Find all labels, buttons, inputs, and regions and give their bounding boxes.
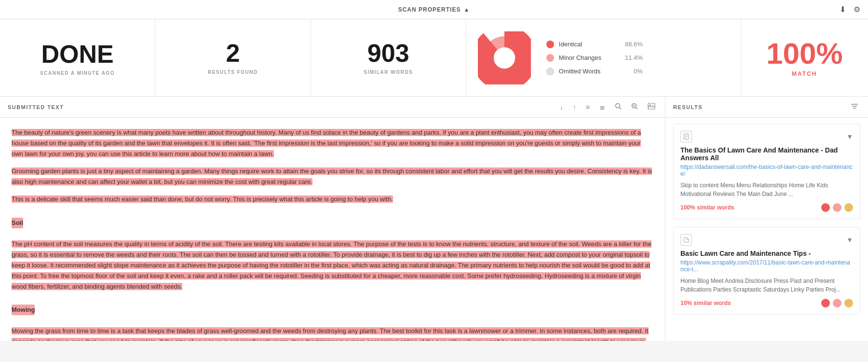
- main-content: SUBMITTED TEXT ↓ ↑ ≡ ≣: [0, 97, 868, 341]
- paragraph-1: The beauty of nature's green scenery is …: [12, 127, 653, 159]
- svg-line-4: [620, 108, 622, 110]
- dot-red-2: [821, 299, 830, 307]
- identical-label: Identical: [559, 41, 619, 48]
- result-card-1: ▼ The Basics Of Lawn Care And Maintenanc…: [673, 124, 860, 219]
- svg-line-6: [636, 108, 638, 110]
- results-label: RESULTS FOUND: [208, 70, 258, 75]
- results-header: RESULTS: [665, 97, 868, 118]
- dot-gold-2: [844, 299, 853, 307]
- result-1-dots: [821, 203, 853, 212]
- legend-omitted: Omitted Words 0%: [546, 68, 643, 75]
- pie-chart: [478, 31, 531, 84]
- match-block: 100% MATCH: [741, 19, 868, 96]
- legend-minor-changes: Minor Changes 11.4%: [546, 54, 643, 62]
- scan-properties-label: SCAN PROPERTIES: [398, 6, 461, 13]
- svg-rect-9: [648, 103, 655, 109]
- submitted-text-title: SUBMITTED TEXT: [8, 104, 64, 110]
- match-percentage: 100%: [766, 39, 843, 69]
- dot-pink-1: [833, 203, 841, 212]
- result-1-icon: [680, 131, 692, 142]
- right-panel: RESULTS: [665, 97, 868, 341]
- sort-up-btn[interactable]: ↑: [571, 102, 578, 112]
- paragraph-2: Grooming garden plants is just a tiny as…: [12, 166, 653, 187]
- status-value: DONE: [41, 40, 114, 69]
- result-1-snippet: Skip to content Menu Menu Relationships …: [680, 181, 853, 198]
- highlighted-text: The beauty of nature's green scenery is …: [12, 129, 641, 157]
- result-1-footer: 100% similar words: [680, 203, 853, 212]
- result-2-footer: 10% similar words: [680, 299, 853, 307]
- status-block: DONE SCANNED A MINUTE AGO: [0, 19, 155, 96]
- image-btn[interactable]: [646, 102, 657, 112]
- top-bar: SCAN PROPERTIES ▲ ⬇ ⚙: [0, 0, 868, 19]
- dot-red-1: [821, 203, 830, 212]
- search-btn[interactable]: [613, 102, 624, 112]
- results-count: 2: [226, 41, 240, 66]
- result-2-similarity: 10% similar words: [680, 300, 731, 306]
- download-icon[interactable]: ⬇: [840, 5, 846, 14]
- result-1-title: The Basics Of Lawn Care And Maintenance …: [680, 146, 853, 162]
- submitted-text-content: The beauty of nature's green scenery is …: [0, 118, 665, 341]
- top-bar-actions: ⬇ ⚙: [840, 5, 860, 14]
- settings-icon[interactable]: ⚙: [854, 5, 860, 14]
- result-2-icon: [680, 234, 692, 246]
- similar-words-label: SIMILAR WORDS: [364, 70, 413, 75]
- paragraph-4: The pH content of the soil measures the …: [12, 239, 653, 292]
- soil-heading-para: Soil: [12, 212, 653, 232]
- result-1-similarity: 100% similar words: [680, 204, 734, 211]
- pie-chart-block: Identical 88.6% Minor Changes 11.4% Omit…: [466, 19, 741, 96]
- filter-btn[interactable]: [849, 102, 860, 112]
- result-2-collapse-btn[interactable]: ▼: [846, 236, 853, 244]
- omitted-label: Omitted Words: [559, 68, 619, 75]
- paragraph-5: Mowing the grass from time to time is a …: [12, 326, 653, 341]
- paragraph-3: This is a delicate skill that seems much…: [12, 194, 653, 205]
- identical-dot: [546, 41, 554, 48]
- left-panel: SUBMITTED TEXT ↓ ↑ ≡ ≣: [0, 97, 665, 341]
- sort-down-btn[interactable]: ↓: [558, 102, 565, 112]
- omitted-pct: 0%: [624, 68, 643, 75]
- minor-changes-label: Minor Changes: [559, 54, 619, 61]
- legend: Identical 88.6% Minor Changes 11.4% Omit…: [546, 41, 643, 75]
- result-2-url[interactable]: https://www.scrapality.com/2017/11/basic…: [680, 259, 853, 273]
- submitted-text-header: SUBMITTED TEXT ↓ ↑ ≡ ≣: [0, 97, 665, 118]
- highlighted-text-5: Mowing the grass from time to time is a …: [12, 327, 649, 341]
- highlighted-text-2: Grooming garden plants is just a tiny as…: [12, 167, 652, 185]
- highlighted-text-4: The pH content of the soil measures the …: [12, 240, 651, 290]
- minor-changes-pct: 11.4%: [624, 54, 643, 61]
- align-justify-btn[interactable]: ≣: [597, 102, 607, 112]
- result-card-2: ▼ Basic Lawn Care and Maintenance Tips -…: [673, 227, 860, 315]
- result-card-2-header: ▼: [680, 234, 853, 246]
- text-toolbar: ↓ ↑ ≡ ≣: [558, 102, 657, 112]
- minor-changes-dot: [546, 54, 554, 62]
- svg-point-3: [616, 104, 620, 108]
- mowing-heading: Mowing: [12, 305, 35, 315]
- results-block: 2 RESULTS FOUND: [155, 19, 311, 96]
- match-label: MATCH: [792, 70, 817, 77]
- result-2-snippet: Home Blog Meet Andrea Disclosure Press P…: [680, 277, 853, 294]
- status-sub: SCANNED A MINUTE AGO: [40, 70, 115, 76]
- svg-point-2: [494, 47, 515, 69]
- similar-words-block: 903 SIMILAR WORDS: [311, 19, 466, 96]
- highlighted-text-3: This is a delicate skill that seems much…: [12, 195, 393, 203]
- align-left-btn[interactable]: ≡: [584, 102, 592, 112]
- results-title: RESULTS: [673, 104, 703, 110]
- similar-words-count: 903: [367, 41, 409, 66]
- soil-heading: Soil: [12, 218, 23, 228]
- dot-pink-2: [833, 299, 841, 307]
- legend-identical: Identical 88.6%: [546, 41, 643, 48]
- result-2-title: Basic Lawn Care and Maintenance Tips -: [680, 250, 853, 257]
- result-1-url[interactable]: https://dadanswersall.com/the-basics-of-…: [680, 164, 853, 177]
- omitted-dot: [546, 68, 554, 75]
- chevron-up-icon[interactable]: ▲: [463, 6, 470, 13]
- result-2-dots: [821, 299, 853, 307]
- identical-pct: 88.6%: [624, 41, 643, 48]
- results-list: ▼ The Basics Of Lawn Care And Maintenanc…: [665, 118, 868, 341]
- dot-gold-1: [844, 203, 853, 212]
- scan-properties-title: SCAN PROPERTIES ▲: [398, 6, 470, 13]
- zoom-btn[interactable]: [629, 102, 640, 112]
- result-1-collapse-btn[interactable]: ▼: [846, 133, 853, 140]
- mowing-heading-para: Mowing: [12, 299, 653, 319]
- result-card-1-header: ▼: [680, 131, 853, 142]
- stats-row: DONE SCANNED A MINUTE AGO 2 RESULTS FOUN…: [0, 19, 868, 97]
